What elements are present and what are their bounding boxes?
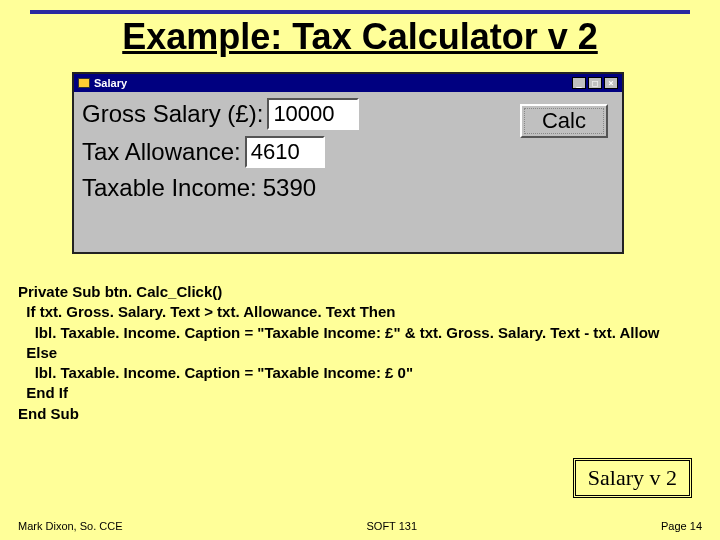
window-caption: Salary xyxy=(94,77,127,89)
code-line: Else xyxy=(18,344,57,361)
window-titlebar: Salary _ □ × xyxy=(74,74,622,92)
close-icon[interactable]: × xyxy=(604,77,618,89)
minimize-icon[interactable]: _ xyxy=(572,77,586,89)
calc-button[interactable]: Calc xyxy=(520,104,608,138)
footer-course: SOFT 131 xyxy=(367,520,418,532)
tax-allowance-input[interactable]: 4610 xyxy=(245,136,325,168)
code-line: End Sub xyxy=(18,405,79,422)
footer-author: Mark Dixon, So. CCE xyxy=(18,520,123,532)
code-line: Private Sub btn. Calc_Click() xyxy=(18,283,222,300)
version-badge: Salary v 2 xyxy=(573,458,692,498)
code-line: lbl. Taxable. Income. Caption = "Taxable… xyxy=(18,324,659,341)
code-line: End If xyxy=(18,384,68,401)
form-icon xyxy=(78,78,90,88)
gross-salary-label: Gross Salary (£): xyxy=(82,100,263,128)
code-line: lbl. Taxable. Income. Caption = "Taxable… xyxy=(18,364,413,381)
vb-window: Salary _ □ × Gross Salary (£): 10000 Tax… xyxy=(72,72,624,254)
slide-accent-bar xyxy=(30,10,690,14)
slide-footer: Mark Dixon, So. CCE SOFT 131 Page 14 xyxy=(0,520,720,532)
taxable-income-label: Taxable Income: xyxy=(82,174,257,202)
code-line: If txt. Gross. Salary. Text > txt. Allow… xyxy=(18,303,395,320)
maximize-icon[interactable]: □ xyxy=(588,77,602,89)
tax-allowance-label: Tax Allowance: xyxy=(82,138,241,166)
footer-page: Page 14 xyxy=(661,520,702,532)
taxable-income-value: 5390 xyxy=(263,174,316,202)
gross-salary-input[interactable]: 10000 xyxy=(267,98,359,130)
code-listing: Private Sub btn. Calc_Click() If txt. Gr… xyxy=(18,282,720,424)
slide-title: Example: Tax Calculator v 2 xyxy=(0,16,720,58)
